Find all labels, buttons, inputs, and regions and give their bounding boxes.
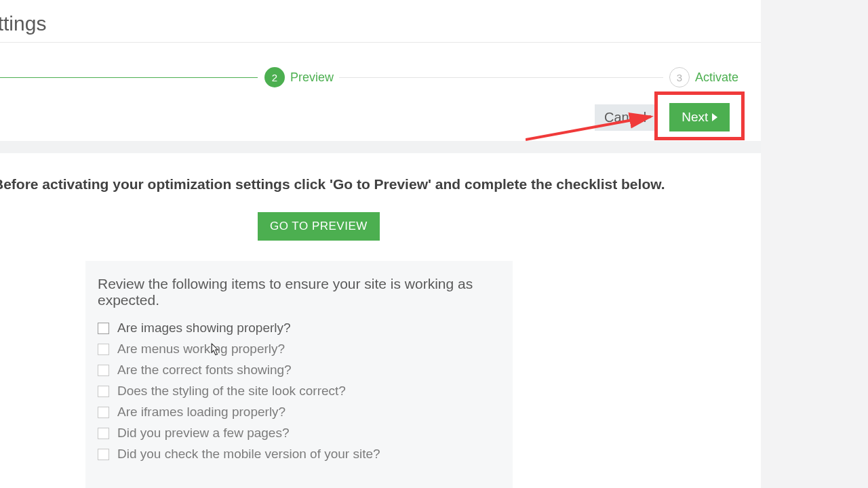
checklist-item-label: Did you preview a few pages?: [117, 426, 289, 441]
checklist-item[interactable]: Are iframes loading properly?: [98, 405, 500, 420]
checkbox-icon[interactable]: [98, 449, 109, 460]
checklist-item[interactable]: Are the correct fonts showing?: [98, 363, 500, 378]
checklist-item-label: Are menus working properly?: [117, 342, 285, 357]
page-title: ettings: [0, 12, 46, 35]
next-button-label: Next: [682, 110, 708, 125]
checkbox-icon[interactable]: [98, 365, 109, 376]
review-checklist-box: Review the following items to ensure you…: [85, 261, 513, 488]
checklist-item-label: Are iframes loading properly?: [117, 405, 285, 420]
header-divider: [0, 42, 761, 43]
action-bar: Cancel Next: [595, 103, 730, 131]
caret-right-icon: [712, 113, 717, 121]
wizard-stepper: 2 Preview 3 Activate: [0, 66, 761, 90]
step-2-circle: 2: [264, 67, 285, 87]
next-button[interactable]: Next: [669, 103, 730, 131]
step-preview[interactable]: 2 Preview: [264, 67, 334, 87]
checklist-item[interactable]: Are images showing properly?: [98, 321, 500, 336]
stepper-line-pending: [339, 77, 663, 78]
step-3-label: Activate: [695, 70, 738, 85]
checklist-item-label: Does the styling of the site look correc…: [117, 384, 346, 399]
checkbox-icon[interactable]: [98, 428, 109, 439]
checklist-item[interactable]: Does the styling of the site look correc…: [98, 384, 500, 399]
go-to-preview-button[interactable]: GO TO PREVIEW: [258, 212, 380, 241]
checklist-item-label: Did you check the mobile version of your…: [117, 447, 380, 462]
cancel-button[interactable]: Cancel: [595, 104, 656, 131]
section-divider: [0, 141, 761, 153]
checklist-item[interactable]: Are menus working properly?: [98, 342, 500, 357]
instruction-text: Before activating your optimization sett…: [0, 176, 665, 192]
checklist-item[interactable]: Did you preview a few pages?: [98, 426, 500, 441]
step-2-label: Preview: [290, 70, 334, 85]
stepper-line-completed: [0, 77, 258, 78]
step-3-circle: 3: [669, 67, 690, 87]
step-activate[interactable]: 3 Activate: [669, 67, 738, 87]
review-checklist: Are images showing properly? Are menus w…: [98, 321, 500, 462]
checkbox-icon[interactable]: [98, 407, 109, 418]
review-title: Review the following items to ensure you…: [98, 276, 500, 308]
checkbox-icon[interactable]: [98, 344, 109, 355]
checkbox-icon[interactable]: [98, 323, 109, 334]
checklist-item-label: Are images showing properly?: [117, 321, 291, 336]
settings-panel: ettings 2 Preview 3 Activate Cancel Next…: [0, 0, 761, 488]
checklist-item[interactable]: Did you check the mobile version of your…: [98, 447, 500, 462]
checkbox-icon[interactable]: [98, 386, 109, 397]
checklist-item-label: Are the correct fonts showing?: [117, 363, 292, 378]
